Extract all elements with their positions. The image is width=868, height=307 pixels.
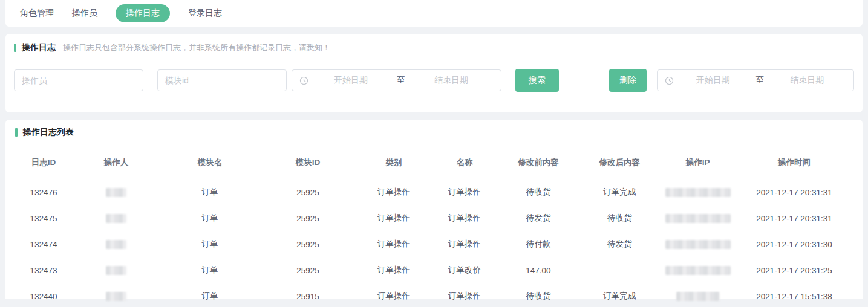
cell-module-name: 订单 (160, 205, 260, 231)
cell-category: 订单操作 (356, 205, 432, 231)
table-row: 132474 订单 25925 订单操作 订单操作 待付款 待发货 2021-1… (15, 231, 853, 257)
cell-before: 待付款 (498, 231, 579, 257)
cell-after: 订单完成 (579, 283, 660, 307)
filter-row: 开始日期 至 结束日期 搜索 删除 开始日期 至 结束日期 (14, 69, 854, 92)
cell-after: 待发货 (579, 231, 660, 257)
cell-after: 订单完成 (579, 179, 660, 205)
col-after: 修改后内容 (579, 140, 660, 179)
date-range-separator: 至 (393, 75, 409, 86)
table-row: 132475 订单 25925 订单操作 订单操作 待发货 待收货 2021-1… (15, 205, 853, 231)
cell-time: 2021-12-17 15:51:38 (736, 283, 853, 307)
delete-date-range-picker[interactable]: 开始日期 至 结束日期 (657, 69, 854, 91)
cell-time: 2021-12-17 20:31:25 (736, 257, 853, 283)
cell-module-name: 订单 (160, 257, 260, 283)
cell-time: 2021-12-17 20:31:30 (736, 231, 853, 257)
cell-name: 订单操作 (431, 179, 497, 205)
cell-before: 待收货 (498, 283, 579, 307)
section-accent-bar (15, 128, 18, 137)
tab-role-management[interactable]: 角色管理 (20, 8, 54, 19)
cell-time: 2021-12-17 20:31:31 (736, 205, 853, 231)
col-operator: 操作人 (72, 140, 160, 179)
redacted-ip-blur (676, 292, 720, 301)
col-module-id: 模块ID (259, 140, 356, 179)
redacted-ip-blur (665, 214, 731, 223)
cell-before: 待收货 (498, 179, 579, 205)
cell-module-id: 25925 (259, 179, 356, 205)
table-row: 132473 订单 25925 订单操作 订单改价 147.00 2021-12… (15, 257, 853, 283)
cell-before: 147.00 (498, 257, 579, 283)
cell-name: 订单操作 (431, 283, 497, 307)
cell-category: 订单操作 (356, 179, 432, 205)
cell-module-id: 25925 (259, 257, 356, 283)
delete-button[interactable]: 删除 (609, 69, 647, 92)
cell-after (579, 257, 660, 283)
table-header-row: 日志ID 操作人 模块名 模块ID 类别 名称 修改前内容 修改后内容 操作IP… (15, 140, 853, 179)
cell-time: 2021-12-17 20:31:31 (736, 179, 853, 205)
redacted-operator-blur (106, 188, 126, 197)
cell-log-id: 132473 (15, 257, 72, 283)
filter-section-title: 操作日志 (22, 42, 56, 53)
filter-card: 操作日志 操作日志只包含部分系统操作日志，并非系统所有操作都记录日志，请悉知！ … (5, 34, 863, 112)
cell-operator (72, 283, 160, 307)
search-button[interactable]: 搜索 (515, 69, 559, 92)
log-list-section-header: 操作日志列表 (15, 126, 853, 139)
log-list-section-title: 操作日志列表 (23, 127, 74, 138)
cell-ip (660, 231, 736, 257)
operator-input[interactable] (14, 69, 143, 91)
redacted-operator-blur (106, 214, 126, 223)
cell-operator (72, 257, 160, 283)
cell-name: 订单操作 (431, 231, 497, 257)
end-date-placeholder: 结束日期 (768, 75, 847, 86)
col-time: 操作时间 (736, 140, 853, 179)
redacted-operator-blur (106, 292, 126, 301)
tab-operation-log[interactable]: 操作日志 (116, 4, 170, 22)
cell-ip (660, 257, 736, 283)
cell-log-id: 132475 (15, 205, 72, 231)
cell-module-id: 25915 (259, 283, 356, 307)
end-date-placeholder: 结束日期 (409, 75, 494, 86)
cell-log-id: 132440 (15, 283, 72, 307)
cell-log-id: 132474 (15, 231, 72, 257)
module-id-input[interactable] (157, 69, 287, 91)
redacted-ip-blur (665, 240, 731, 249)
start-date-placeholder: 开始日期 (674, 75, 752, 86)
filter-section-note: 操作日志只包含部分系统操作日志，并非系统所有操作都记录日志，请悉知！ (63, 42, 330, 53)
cell-operator (72, 231, 160, 257)
redacted-ip-blur (665, 266, 731, 275)
cell-before: 待发货 (498, 205, 579, 231)
col-log-id: 日志ID (15, 140, 72, 179)
col-before: 修改前内容 (498, 140, 579, 179)
cell-ip (660, 179, 736, 205)
cell-category: 订单操作 (356, 283, 432, 307)
cell-after: 待收货 (579, 205, 660, 231)
tab-bar: 角色管理 操作员 操作日志 登录日志 (5, 0, 863, 27)
redacted-ip-blur (665, 188, 731, 197)
clock-icon (665, 76, 674, 85)
cell-module-id: 25925 (259, 205, 356, 231)
section-accent-bar (14, 44, 16, 52)
cell-category: 订单操作 (356, 257, 432, 283)
log-list-card: 操作日志列表 日志ID 操作人 模块名 模块ID 类别 名称 修改前内容 修改后… (5, 120, 863, 299)
col-category: 类别 (356, 140, 432, 179)
cell-module-name: 订单 (160, 283, 260, 307)
start-date-placeholder: 开始日期 (308, 75, 393, 86)
redacted-operator-blur (106, 266, 126, 275)
filter-section-header: 操作日志 操作日志只包含部分系统操作日志，并非系统所有操作都记录日志，请悉知！ (14, 41, 854, 54)
date-range-separator: 至 (752, 75, 768, 86)
search-date-range-picker[interactable]: 开始日期 至 结束日期 (292, 69, 501, 91)
cell-module-name: 订单 (160, 231, 260, 257)
cell-module-id: 25925 (259, 231, 356, 257)
tab-login-log[interactable]: 登录日志 (188, 8, 222, 19)
col-ip: 操作IP (660, 140, 736, 179)
clock-icon (299, 76, 308, 85)
col-module-name: 模块名 (160, 140, 260, 179)
cell-module-name: 订单 (160, 179, 260, 205)
cell-log-id: 132476 (15, 179, 72, 205)
cell-ip (660, 205, 736, 231)
table-row: 132476 订单 25925 订单操作 订单操作 待收货 订单完成 2021-… (15, 179, 853, 205)
cell-name: 订单改价 (431, 257, 497, 283)
cell-ip (660, 283, 736, 307)
cell-name: 订单操作 (431, 205, 497, 231)
table-row: 132440 订单 25915 订单操作 订单操作 待收货 订单完成 2021-… (15, 283, 853, 307)
tab-operators[interactable]: 操作员 (72, 8, 97, 19)
